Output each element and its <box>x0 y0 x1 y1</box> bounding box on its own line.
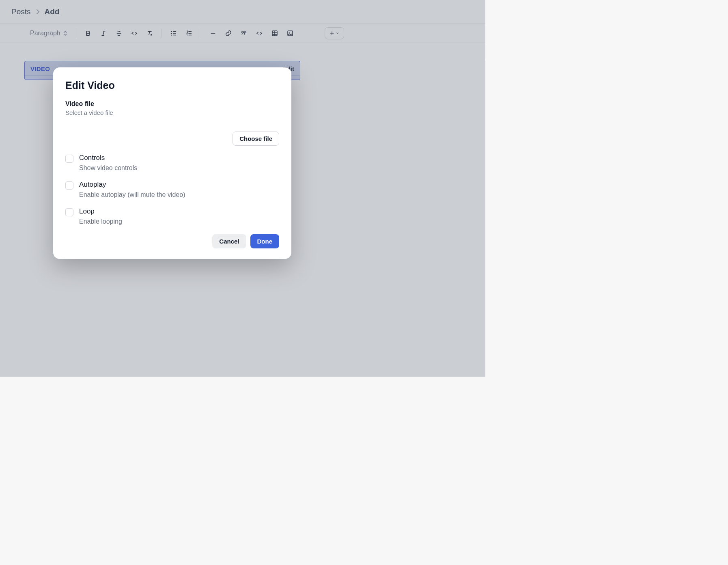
modal-title: Edit Video <box>65 80 279 91</box>
autoplay-label: Autoplay <box>79 181 185 189</box>
controls-option: Controls Show video controls <box>65 154 279 172</box>
done-button[interactable]: Done <box>250 234 280 248</box>
loop-option: Loop Enable looping <box>65 207 279 225</box>
controls-label: Controls <box>79 154 137 162</box>
edit-video-modal: Edit Video Video file Select a video fil… <box>53 67 291 259</box>
video-file-help: Select a video file <box>65 109 279 116</box>
cancel-button[interactable]: Cancel <box>212 234 246 248</box>
video-file-label: Video file <box>65 100 279 108</box>
autoplay-help: Enable autoplay (will mute the video) <box>79 191 185 198</box>
loop-label: Loop <box>79 207 122 216</box>
controls-help: Show video controls <box>79 164 137 172</box>
loop-checkbox[interactable] <box>65 208 73 216</box>
autoplay-option: Autoplay Enable autoplay (will mute the … <box>65 181 279 198</box>
loop-help: Enable looping <box>79 218 122 225</box>
controls-checkbox[interactable] <box>65 155 73 163</box>
choose-file-button[interactable]: Choose file <box>233 132 279 146</box>
autoplay-checkbox[interactable] <box>65 181 73 190</box>
